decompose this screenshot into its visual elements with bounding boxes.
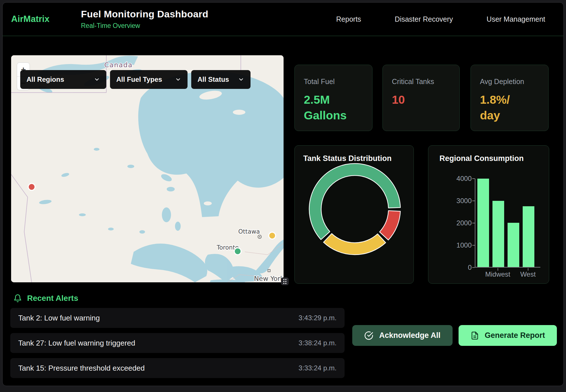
alert-row[interactable]: Tank 2: Low fuel warning 3:43:29 p.m. xyxy=(10,308,345,328)
region-filter-select[interactable]: All Regions xyxy=(20,70,106,89)
map-label-new-york: New York xyxy=(254,275,284,282)
nav-user-management[interactable]: User Management xyxy=(486,15,545,23)
bar-chart-x-axis: MidwestWest xyxy=(475,270,540,278)
tank-marker-critical[interactable] xyxy=(28,183,35,190)
donut-segment-critical xyxy=(380,211,400,240)
tank-marker-normal[interactable] xyxy=(234,248,241,255)
alert-row[interactable]: Tank 27: Low fuel warning triggered 3:38… xyxy=(10,333,345,353)
brand-logo: AirMatrix xyxy=(11,14,81,24)
bar-chart-bars xyxy=(475,179,540,267)
region-filter-value: All Regions xyxy=(27,75,64,83)
chart-title: Regional Consumption xyxy=(428,146,549,163)
x-tick-label xyxy=(507,270,519,278)
alert-message: Tank 15: Pressure threshold exceeded xyxy=(18,364,145,373)
fuel-type-filter-select[interactable]: All Fuel Types xyxy=(110,70,188,89)
alert-row[interactable]: Tank 15: Pressure threshold exceeded 3:3… xyxy=(10,358,345,378)
alert-message: Tank 27: Low fuel warning triggered xyxy=(18,339,135,348)
stat-label: Critical Tanks xyxy=(392,77,450,86)
title-block: Fuel Monitoring Dashboard Real-Time Over… xyxy=(81,9,208,30)
map-resize-handle[interactable] xyxy=(281,277,289,285)
y-tick-label: 0 xyxy=(443,264,472,271)
stat-label: Total Fuel xyxy=(304,77,363,86)
stat-value: 1.8%/ day xyxy=(480,92,539,124)
chevron-down-icon xyxy=(231,76,244,83)
report-file-icon xyxy=(471,331,479,340)
x-tick-label: West xyxy=(522,270,534,278)
tank-status-donut xyxy=(295,163,414,288)
stat-value: 10 xyxy=(392,92,450,108)
y-tick-label: 3000 xyxy=(443,197,472,205)
chevron-down-icon xyxy=(168,76,181,83)
bar-chart-plot xyxy=(475,179,540,268)
alert-time: 3:38:24 p.m. xyxy=(299,339,337,347)
generate-report-button[interactable]: Generate Report xyxy=(459,325,557,346)
stat-card-total-fuel: Total Fuel 2.5M Gallons xyxy=(294,65,372,131)
y-tick-label: 2000 xyxy=(443,219,472,227)
regional-consumption-card: Regional Consumption 01000200030004000 M… xyxy=(428,145,549,284)
check-circle-icon xyxy=(364,331,373,340)
page-title: Fuel Monitoring Dashboard xyxy=(81,9,208,20)
y-tick-label: 4000 xyxy=(443,175,472,183)
nav-disaster-recovery[interactable]: Disaster Recovery xyxy=(395,15,453,23)
bar-2 xyxy=(508,223,519,267)
tank-marker-warning[interactable] xyxy=(269,232,276,239)
recent-alerts-title: Recent Alerts xyxy=(27,294,78,303)
map-label-canada: Canada xyxy=(104,61,133,69)
dashboard-container: AirMatrix Fuel Monitoring Dashboard Real… xyxy=(2,2,564,386)
stat-value: 2.5M Gallons xyxy=(304,92,363,124)
status-filter-select[interactable]: All Status xyxy=(191,70,251,89)
stat-card-critical-tanks: Critical Tanks 10 xyxy=(382,65,460,131)
fuel-map[interactable]: Canada Ottawa Toronto New York xyxy=(11,55,284,282)
page-subtitle: Real-Time Overview xyxy=(81,22,208,30)
bell-icon xyxy=(13,294,22,303)
y-tick-label: 1000 xyxy=(443,241,472,249)
main-nav: Reports Disaster Recovery User Managemen… xyxy=(336,15,545,23)
bar-3 xyxy=(523,206,534,267)
fuel-type-filter-value: All Fuel Types xyxy=(116,75,162,83)
map-filters: All Regions All Fuel Types All Status xyxy=(20,70,251,89)
acknowledge-all-button[interactable]: Acknowledge All xyxy=(352,325,453,346)
donut-segment-warning xyxy=(323,234,386,255)
chevron-down-icon xyxy=(86,76,100,83)
generate-report-label: Generate Report xyxy=(485,331,545,340)
header: AirMatrix Fuel Monitoring Dashboard Real… xyxy=(3,3,563,36)
map-canvas: Canada Ottawa Toronto New York xyxy=(11,55,284,282)
alert-message: Tank 2: Low fuel warning xyxy=(18,314,100,322)
x-tick-label: Midwest xyxy=(492,270,504,278)
nav-reports[interactable]: Reports xyxy=(336,15,361,23)
alert-time: 3:33:24 p.m. xyxy=(299,364,337,372)
status-filter-value: All Status xyxy=(198,75,229,83)
map-label-ottawa: Ottawa xyxy=(238,228,260,235)
bar-0 xyxy=(477,179,489,267)
stat-label: Avg Depletion xyxy=(480,77,539,86)
chart-title: Tank Status Distribution xyxy=(295,146,414,163)
alert-time: 3:43:29 p.m. xyxy=(299,314,337,322)
tank-status-card: Tank Status Distribution xyxy=(294,145,414,284)
recent-alerts-header: Recent Alerts xyxy=(13,294,78,303)
acknowledge-all-label: Acknowledge All xyxy=(379,331,440,340)
bar-1 xyxy=(492,201,504,267)
stat-card-avg-depletion: Avg Depletion 1.8%/ day xyxy=(471,65,549,131)
